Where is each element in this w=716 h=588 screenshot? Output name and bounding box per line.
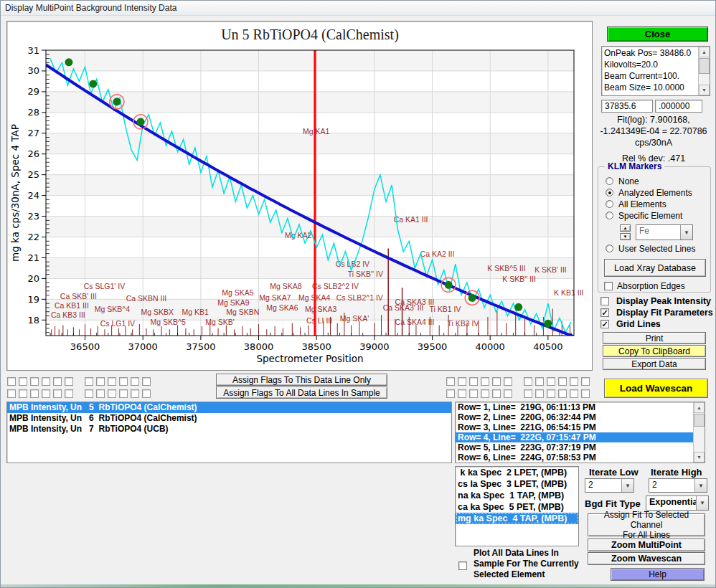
- flag-checkbox[interactable]: [492, 377, 501, 386]
- flag-checkbox[interactable]: [65, 389, 73, 398]
- flag-checkbox[interactable]: [458, 377, 466, 386]
- iterate-low-combo[interactable]: 2 ▼: [585, 478, 634, 493]
- flag-checkbox[interactable]: [119, 377, 128, 386]
- sample-list[interactable]: MPB Intensity, Un 5 RbTiOPO4 (CalChemist…: [6, 402, 452, 463]
- flag-checkbox[interactable]: [119, 389, 128, 398]
- klm-radio-none[interactable]: [606, 177, 613, 185]
- flag-checkbox[interactable]: [7, 377, 16, 386]
- flag-checkbox[interactable]: [142, 389, 151, 398]
- klm-radio-user-selected-lines[interactable]: [606, 245, 613, 252]
- list-item[interactable]: Row= 1, Line= 219G, 06:11:13 PM: [456, 402, 693, 412]
- klm-radio-specific-element[interactable]: [606, 212, 613, 219]
- flag-checkbox[interactable]: [65, 377, 73, 386]
- load-xray-database-button[interactable]: Load Xray Database: [604, 259, 706, 277]
- list-item[interactable]: MPB Intensity, Un 7 RbTiOPO4 (UCB): [7, 424, 451, 435]
- export-data-button[interactable]: Export Data: [603, 358, 706, 370]
- flag-checkbox[interactable]: [53, 389, 62, 398]
- scroll-thumb[interactable]: [694, 414, 705, 427]
- flag-checkbox[interactable]: [504, 389, 512, 398]
- flag-checkbox[interactable]: [469, 377, 478, 386]
- assign-flags-this-line-button[interactable]: Assign Flags To This Data Line Only: [216, 374, 387, 386]
- low-position-field[interactable]: 37835.6: [601, 100, 653, 113]
- help-button[interactable]: Help: [611, 568, 705, 581]
- flag-checkbox[interactable]: [446, 389, 455, 398]
- flag-checkbox[interactable]: [558, 377, 567, 386]
- list-item[interactable]: Row= 3, Line= 221G, 06:54:15 PM: [456, 422, 693, 432]
- flag-checkbox[interactable]: [504, 377, 512, 386]
- list-item[interactable]: Row= 4, Line= 222G, 07:15:47 PM: [456, 432, 693, 442]
- flag-checkbox[interactable]: [19, 389, 27, 398]
- row-list-scrollbar[interactable]: ▲ ▼: [693, 402, 705, 463]
- flag-checkbox[interactable]: [108, 377, 116, 386]
- list-item[interactable]: Row= 5, Line= 223G, 07:37:19 PM: [456, 442, 693, 452]
- flag-checkbox[interactable]: [581, 377, 590, 386]
- flag-checkbox[interactable]: [42, 389, 50, 398]
- scroll-thumb[interactable]: [699, 58, 710, 74]
- scroll-down-icon[interactable]: ▼: [699, 85, 710, 95]
- scroll-up-icon[interactable]: ▲: [694, 402, 705, 413]
- list-item[interactable]: Row= 6, Line= 224G, 07:58:53 PM: [456, 452, 693, 463]
- bgd-fit-type-combo[interactable]: Exponential ▼: [646, 495, 709, 511]
- flag-checkbox[interactable]: [547, 389, 555, 398]
- element-spinner[interactable]: ▲ ▼: [620, 224, 631, 240]
- spectrum-chart[interactable]: Mg KA1Mg KA2Ca KA1 IIICa KA2 IIICs LB2 I…: [7, 22, 592, 370]
- flag-checkbox[interactable]: [558, 389, 567, 398]
- acquisition-info-box[interactable]: OnPeak Pos= 38486.0Kilovolts=20.0Beam Cu…: [601, 46, 710, 96]
- assign-flags-all-lines-button[interactable]: Assign Flags To All Data Lines In Sample: [216, 387, 387, 399]
- flag-checkbox[interactable]: [524, 377, 532, 386]
- flag-checkbox[interactable]: [481, 377, 489, 386]
- flag-checkbox[interactable]: [131, 389, 139, 398]
- flag-checkbox[interactable]: [30, 389, 39, 398]
- display-peak-intensity-checkbox[interactable]: [600, 297, 609, 305]
- klm-radio-all-elements[interactable]: [606, 200, 613, 208]
- title-bar[interactable]: Display MultiPoint Background Intensity …: [1, 1, 715, 16]
- list-item[interactable]: MPB Intensity, Un 6 RbTiOPO4 (CalChemist…: [7, 413, 451, 424]
- flag-checkbox[interactable]: [7, 389, 16, 398]
- flag-checkbox[interactable]: [30, 377, 39, 386]
- flag-checkbox[interactable]: [446, 377, 455, 386]
- flag-checkbox[interactable]: [535, 377, 544, 386]
- flag-checkbox[interactable]: [19, 377, 27, 386]
- flag-checkbox[interactable]: [85, 377, 93, 386]
- flag-checkbox[interactable]: [53, 377, 62, 386]
- flag-checkbox[interactable]: [142, 377, 151, 386]
- assign-fit-button[interactable]: Assign Fit To Selected Channel For All L…: [588, 513, 705, 536]
- list-item[interactable]: MPB Intensity, Un 5 RbTiOPO4 (CalChemist…: [7, 402, 451, 413]
- print-button[interactable]: Print: [603, 332, 706, 344]
- flag-checkbox[interactable]: [85, 389, 93, 398]
- specific-element-combo[interactable]: Fe ▼: [636, 224, 693, 240]
- row-list[interactable]: Row= 1, Line= 219G, 06:11:13 PMRow= 2, L…: [455, 402, 705, 463]
- klm-radio-analyzed-elements[interactable]: [606, 189, 613, 196]
- flag-checkbox[interactable]: [458, 389, 466, 398]
- list-item[interactable]: Row= 2, Line= 220G, 06:32:44 PM: [456, 412, 693, 422]
- display-fit-parameters-checkbox[interactable]: ✓: [600, 308, 609, 317]
- flag-checkbox[interactable]: [108, 389, 116, 398]
- element-list[interactable]: k ka Spec 2 LPET, (MPB)cs la Spec 3 LPET…: [455, 466, 579, 546]
- flag-checkbox[interactable]: [469, 389, 478, 398]
- absorption-edges-checkbox[interactable]: [604, 282, 613, 290]
- info-scrollbar[interactable]: ▲ ▼: [698, 47, 710, 95]
- flag-checkbox[interactable]: [96, 377, 105, 386]
- scroll-down-icon[interactable]: ▼: [694, 452, 705, 463]
- plot-all-lines-checkbox[interactable]: [458, 561, 467, 570]
- list-item[interactable]: k ka Spec 2 LPET, (MPB): [456, 467, 578, 478]
- copy-to-clipboard-button[interactable]: Copy To ClipBoard: [603, 345, 706, 357]
- flag-checkbox[interactable]: [481, 389, 489, 398]
- flag-checkbox[interactable]: [524, 389, 532, 398]
- list-item[interactable]: na ka Spec 1 TAP, (MPB): [456, 490, 578, 501]
- high-position-field[interactable]: .000000: [655, 100, 702, 113]
- iterate-high-combo[interactable]: 2 ▼: [649, 478, 707, 493]
- list-item[interactable]: cs la Spec 3 LPET, (MPB): [456, 478, 578, 490]
- scroll-up-icon[interactable]: ▲: [699, 47, 710, 57]
- flag-checkbox[interactable]: [547, 377, 555, 386]
- flag-checkbox[interactable]: [570, 377, 578, 386]
- flag-checkbox[interactable]: [570, 389, 578, 398]
- flag-checkbox[interactable]: [131, 377, 139, 386]
- flag-checkbox[interactable]: [492, 389, 501, 398]
- load-wavescan-button[interactable]: Load Wavescan: [604, 379, 708, 398]
- grid-lines-checkbox[interactable]: ✓: [600, 320, 609, 328]
- close-button[interactable]: Close: [607, 27, 708, 42]
- flag-checkbox[interactable]: [535, 389, 544, 398]
- flag-checkbox[interactable]: [42, 377, 50, 386]
- flag-checkbox[interactable]: [581, 389, 590, 398]
